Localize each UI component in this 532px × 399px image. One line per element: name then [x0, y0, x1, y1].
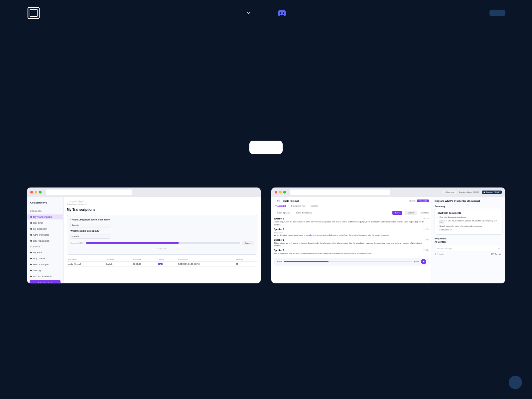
hero-content — [0, 26, 532, 174]
sim-msg-placeholder: Send a message... — [437, 248, 496, 250]
sim-lang-form: English — [70, 223, 254, 227]
sim-col-status: Status — [157, 257, 177, 262]
sim-plan-badge: ◉ Standard (TRIAL) — [482, 191, 502, 194]
sim-nav-transcription: My Transcription — [27, 214, 63, 219]
sim-nav-docchat: Doc Chat — [27, 220, 63, 225]
scroll-top-button[interactable] — [509, 376, 522, 389]
sim-controls-row: Show Speaker Show Timestamp Save Cancel … — [274, 211, 429, 215]
sim-send-btn: → — [498, 247, 500, 250]
sim-nav-collection: My Collection — [27, 226, 63, 231]
sim-show-speaker: Show Speaker — [274, 212, 290, 214]
sim-trans-text-2: When dubbing, the primary focus is usual… — [274, 234, 429, 236]
sim-file-header: ← Back audio_file.mp3 English Transcript — [274, 200, 429, 202]
sim-speaker-block-1: Speaker 1 00.08s In dubbing, when the au… — [274, 217, 429, 226]
sim-tabs-row: Transcript Formatted Text Subtitle — [274, 204, 429, 208]
sim-page-title: My Transcriptions — [67, 208, 257, 211]
logo-link[interactable] — [27, 6, 44, 20]
discord-icon — [278, 10, 286, 16]
sim-progress-fill — [86, 242, 179, 244]
sim-submit-feedback: Submit feedback — [30, 280, 61, 284]
close-dot-2 — [275, 191, 277, 194]
sim-trans-left: ← Back audio_file.mp3 English Transcript… — [271, 197, 432, 283]
sim-msg-input: Send a message... → — [435, 246, 502, 251]
sim-lang-label: English — [409, 200, 416, 202]
sim-audio-lang-q: * Audio Language spoken in the audio: — [70, 218, 254, 221]
hero-section: const dotsContainer = document.querySele… — [0, 26, 532, 310]
nav-features[interactable] — [245, 11, 251, 15]
browser-url-1 — [46, 190, 132, 195]
sim-time-current: 20:00 — [277, 261, 282, 263]
sim-speaker-header-2: Speaker 1 11:44s — [274, 228, 429, 231]
sim-nav-settings: Settings — [27, 268, 63, 273]
svg-rect-1 — [30, 9, 37, 17]
sim-key-points-label: Key Points — [435, 237, 502, 240]
sim-td-status: ● — [157, 262, 177, 267]
sim-section-products: Products — [27, 209, 63, 213]
sim-nav-plan: My Plan — [27, 250, 63, 255]
browser-bar-2: + New chat Premium Words: 399891 ◉ Stand… — [271, 188, 505, 197]
sim-speaker-header-3: Speaker 1 12:53s — [274, 239, 429, 242]
sim-play-btn: ▶ — [421, 259, 426, 264]
sim-speaker-block-2: Speaker 1 11:44s Translation: When dubbi… — [274, 228, 429, 236]
cta-button[interactable] — [249, 141, 283, 154]
hero-title — [66, 53, 466, 126]
browser-bar-1 — [27, 188, 261, 197]
sim-model-name: GPT-4o mini ▾ — [491, 253, 502, 255]
sim-user-email: codingwebs@gm... — [67, 200, 88, 202]
sim-cancel-edit-btn: Cancel — [405, 211, 417, 215]
sim-sidebar-1: ChatScribe Pro Products My Transcription… — [27, 197, 64, 283]
sim-page-indicator: Page 1 of 1 — [70, 248, 254, 250]
sim-chat-item-1: • Chat with documents seamlessly — [438, 215, 499, 219]
sim-lang-select: English — [70, 223, 110, 227]
max-dot — [39, 191, 42, 194]
sim-nav-credits: Buy Credits — [27, 256, 63, 261]
sim-transcript-tab-active: Transcript — [417, 200, 429, 202]
sim-speaker-text-4: Translation is crucial for maintaining c… — [274, 252, 429, 255]
sim-col-language: Language — [105, 257, 132, 262]
nav-links — [231, 10, 302, 16]
min-dot — [35, 191, 37, 194]
sim-ai-content-label: AI Content — [435, 241, 502, 243]
screenshot-card-2: + New chat Premium Words: 399891 ◉ Stand… — [271, 187, 505, 290]
sim-model-select: GPT-4o mini ▾ — [491, 253, 502, 255]
sim-speaker-block-3: Speaker 1 12:53s This method not only co… — [274, 239, 429, 247]
sim-col-duration: Duration — [132, 257, 157, 262]
sim-chat-item-2: • Access to GPT-4o, Gemini Pro, Claude-3… — [438, 219, 499, 224]
sim-summary-label: Summary — [435, 205, 502, 207]
sim-speakers-label: Speakers — [421, 212, 429, 214]
sim-lang-header: English Transcript — [409, 200, 429, 202]
sim-section-settings: Settings — [27, 244, 63, 249]
sim-trans-right: Explore what's inside the document Summa… — [432, 197, 505, 283]
sim-nav-help: Help & Support — [27, 262, 63, 267]
sim-transcriptions-table: File name Language Duration Status Creat… — [67, 257, 257, 267]
sim-new-chat-btn: + New chat — [442, 191, 456, 194]
sim-transcription-layout: ← Back audio_file.mp3 English Transcript… — [271, 197, 505, 283]
screenshot-frame-2: + New chat Premium Words: 399891 ◉ Stand… — [271, 187, 505, 284]
sim-topic-form: General — [70, 234, 254, 239]
sim-upload-form: * Audio Language spoken in the audio: En… — [67, 215, 257, 255]
sim-nav-gpt: GPT Translator — [27, 232, 63, 237]
sim-chat-item-3: • Search internet for latest information… — [438, 224, 499, 228]
sim-show-timestamp: Show Timestamp — [293, 212, 312, 214]
sim-bottom-controls: ⚙ Prompts GPT-4o mini ▾ — [435, 253, 502, 255]
sim-progress-bar — [86, 242, 240, 244]
nav-discord[interactable] — [278, 10, 289, 16]
sim-cancel-btn: Cancel — [242, 241, 254, 245]
sim-btn-row: Cancel — [242, 241, 254, 245]
sim-speaker-block-4: Speaker 1 31:72s Translation is crucial … — [274, 249, 429, 255]
sim-back-btn: ← Back — [274, 200, 281, 202]
sim-nav-doctrans: Doc Translation — [27, 238, 63, 243]
screenshots-grid: ChatScribe Pro Products My Transcription… — [27, 187, 505, 290]
close-dot — [30, 191, 33, 194]
sim-speaker-text-3: This method not only conveys the words s… — [274, 242, 429, 247]
sim-timeline-fill — [284, 261, 329, 262]
browser-url-2 — [290, 190, 390, 195]
sim-td-language: English — [105, 262, 132, 267]
navbar — [0, 0, 532, 26]
sim-main-1: codingwebs@gm... Transcription Minutes: … — [64, 197, 261, 283]
screenshot-card-1: ChatScribe Pro Products My Transcription… — [27, 187, 261, 290]
screenshot-frame-1: ChatScribe Pro Products My Transcription… — [27, 187, 261, 284]
sim-panel-title: Explore what's inside the document — [435, 200, 502, 202]
signin-button[interactable] — [489, 10, 505, 16]
sim-speaker-text-1: In dubbing, when the audio track of a fi… — [274, 220, 429, 226]
